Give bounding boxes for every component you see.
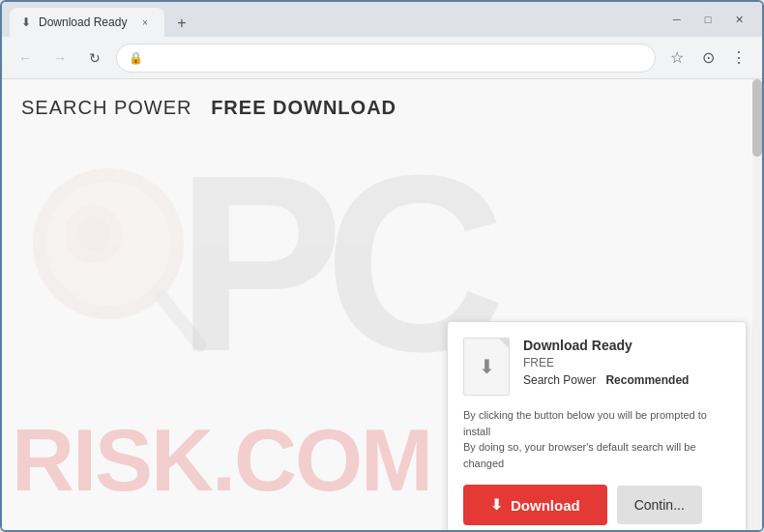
page-content: SEARCH POWER FREE DOWNLOAD PC [2, 79, 762, 530]
watermark-area: SEARCH POWER FREE DOWNLOAD PC [2, 79, 762, 530]
page-heading: SEARCH POWER FREE DOWNLOAD [21, 97, 397, 119]
card-download-title: Download Ready [523, 338, 730, 353]
maximize-button[interactable]: □ [696, 8, 720, 31]
title-bar: ⬇ Download Ready × + ─ □ ✕ [2, 2, 762, 37]
scrollbar-thumb[interactable] [752, 79, 762, 157]
card-description: By clicking the button below you will be… [463, 407, 730, 471]
back-button[interactable]: ← [12, 44, 39, 72]
bookmark-icon[interactable]: ☆ [663, 44, 691, 72]
lock-icon: 🔒 [129, 51, 143, 65]
tab-close-button[interactable]: × [137, 15, 153, 30]
minimize-button[interactable]: ─ [665, 8, 689, 31]
card-recommended-label: Search Power [523, 373, 596, 387]
card-buttons: ⬇ Download Contin... [463, 485, 730, 525]
menu-icon[interactable]: ⋮ [725, 44, 752, 72]
pc-watermark: PC [176, 137, 486, 389]
address-bar: ← → ↻ 🔒 ☆ ⊙ ⋮ [2, 37, 762, 79]
heading-normal: SEARCH POWER [21, 97, 191, 118]
scrollbar[interactable] [752, 79, 762, 530]
forward-button[interactable]: → [46, 44, 73, 72]
window-controls: ─ □ ✕ [665, 8, 754, 31]
heading-bold: FREE DOWNLOAD [211, 97, 397, 118]
close-button[interactable]: ✕ [727, 8, 750, 31]
active-tab[interactable]: ⬇ Download Ready × [10, 8, 164, 37]
account-icon[interactable]: ⊙ [694, 44, 721, 72]
file-icon: ⬇ [463, 338, 510, 396]
new-tab-button[interactable]: + [168, 10, 195, 37]
file-icon-glyph: ⬇ [479, 355, 495, 378]
tab-bar: ⬇ Download Ready × + [10, 2, 665, 37]
download-icon: ⬇ [490, 496, 503, 514]
reload-button[interactable]: ↻ [81, 44, 108, 72]
card-free-label: FREE [523, 356, 730, 369]
url-bar[interactable]: 🔒 [116, 44, 656, 73]
card-desc-line1: By clicking the button below you will be… [463, 407, 730, 439]
svg-point-4 [76, 217, 111, 251]
tab-favicon: ⬇ [21, 15, 31, 29]
browser-frame: ⬇ Download Ready × + ─ □ ✕ ← → ↻ 🔒 ☆ ⊙ ⋮ [0, 0, 764, 532]
card-info: Download Ready FREE Search Power Recomme… [523, 338, 730, 387]
toolbar-icons: ☆ ⊙ ⋮ [663, 44, 752, 72]
risk-watermark: RISK.COM [12, 411, 431, 511]
card-recommended-value: Recommended [605, 373, 689, 387]
continue-button[interactable]: Contin... [617, 486, 702, 524]
download-button[interactable]: ⬇ Download [463, 485, 607, 525]
download-card: ⬇ Download Ready FREE Search Power Recom… [447, 321, 747, 530]
card-top: ⬇ Download Ready FREE Search Power Recom… [463, 338, 730, 396]
card-desc-line2: By doing so, your browser's default sear… [463, 439, 730, 471]
tab-title: Download Ready [39, 15, 130, 29]
download-button-label: Download [511, 497, 580, 514]
card-recommended: Search Power Recommended [523, 373, 730, 387]
